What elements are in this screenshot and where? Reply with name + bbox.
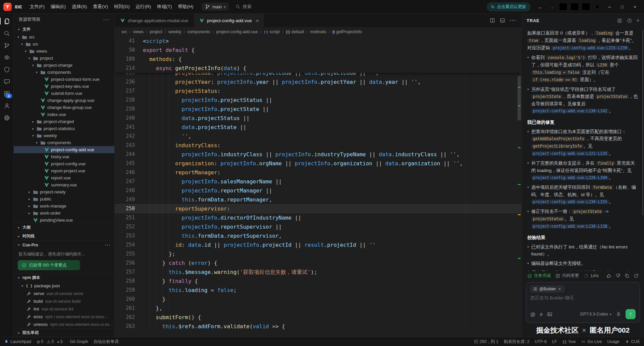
thumbs-down-icon[interactable] bbox=[615, 273, 621, 278]
hash-icon[interactable]: # bbox=[540, 311, 542, 317]
tree-item[interactable]: ▾views bbox=[14, 48, 114, 55]
code-line[interactable]: 255 }; bbox=[115, 249, 522, 258]
statusbar-item[interactable]: Usage bbox=[607, 339, 619, 344]
code-line[interactable]: 263 this.$refs.addForm.validate(valid =>… bbox=[115, 322, 522, 331]
code-line[interactable]: 240 data.projectStatus || bbox=[115, 114, 522, 123]
breadcrumb-item[interactable]: src bbox=[121, 30, 127, 34]
tree-item[interactable]: pendingView.vue bbox=[14, 217, 114, 223]
statusbar-item[interactable]: 自动分析单词 bbox=[94, 339, 119, 345]
minimize-button[interactable]: ─ bbox=[604, 2, 615, 12]
tree-item[interactable]: change-apply-group.vue bbox=[14, 97, 114, 104]
file-link[interactable]: project-config-add.vue:L215-L239 bbox=[551, 46, 629, 50]
mic-icon[interactable] bbox=[616, 311, 621, 317]
code-line[interactable]: 252 projectInfo.reportSupervisor || bbox=[115, 222, 522, 231]
code-changes-button[interactable]: 代码变更 bbox=[555, 273, 579, 279]
statusbar-item[interactable]: 行 250，列 1 bbox=[474, 339, 498, 345]
breadcrumb-item[interactable]: project bbox=[150, 30, 162, 34]
code-editor[interactable]: 41 <script> 50 export default { 189 meth… bbox=[115, 37, 522, 337]
menu-item[interactable]: 编辑(E) bbox=[48, 2, 69, 11]
tree-item[interactable]: ▾project-change bbox=[14, 62, 114, 69]
global-search[interactable]: 搜索 bbox=[235, 4, 251, 10]
npm-script[interactable]: build vue-cli-service build bbox=[14, 297, 114, 305]
statusbar-item[interactable]: Git Graph bbox=[70, 339, 88, 345]
outline-section-header[interactable]: ▸ 大纲 bbox=[14, 223, 114, 232]
code-line[interactable]: 260 } bbox=[115, 295, 522, 304]
tree-item[interactable]: ▸project-charged bbox=[14, 118, 114, 125]
chat-scrollbar[interactable] bbox=[642, 30, 643, 215]
activity-explorer[interactable] bbox=[0, 15, 13, 27]
activity-security[interactable] bbox=[0, 63, 13, 75]
tree-item[interactable]: ▾project bbox=[14, 55, 114, 62]
remove-chip-icon[interactable]: ✕ bbox=[558, 287, 561, 291]
activity-remote[interactable] bbox=[0, 112, 13, 124]
toggle-sidebar-icon[interactable] bbox=[558, 2, 568, 12]
npm-script[interactable]: lint vue-cli-service lint bbox=[14, 305, 114, 313]
breadcrumb-item[interactable]: project-config-add.vue bbox=[216, 30, 258, 34]
breadcrumb-item[interactable]: @getProjectInfo bbox=[332, 30, 362, 34]
code-line[interactable]: 254 id: data.id || projectInfo.projectId… bbox=[115, 240, 522, 249]
code-line[interactable]: 242 '', bbox=[115, 132, 522, 141]
menu-item[interactable]: 查看(V) bbox=[90, 2, 111, 11]
code-line[interactable]: 247 projectInfo.salesManagerName || bbox=[115, 177, 522, 186]
files-section-header[interactable]: ▾ 文件 bbox=[14, 25, 114, 34]
code-line[interactable]: 262 submitForm() { bbox=[115, 313, 522, 322]
code-line[interactable]: 250 reportSupervisor: bbox=[115, 204, 522, 213]
menu-item[interactable]: 帮助(H) bbox=[175, 2, 196, 11]
menu-item[interactable]: 文件(F) bbox=[27, 2, 48, 11]
code-line[interactable]: 235 projectCode: projectInfo.projectCode… bbox=[115, 73, 522, 77]
tab[interactable]: project-config-add.vue × bbox=[194, 14, 264, 27]
tree-item[interactable]: ▾components bbox=[14, 139, 114, 146]
chat-input-placeholder[interactable]: 您正在与 Builder 聊天 bbox=[530, 295, 636, 306]
breadcrumb-item[interactable]: views bbox=[133, 30, 144, 34]
branch-selector[interactable]: main ▾ bbox=[202, 3, 229, 11]
tree-item[interactable]: ▾weekly bbox=[14, 132, 114, 139]
npm-script[interactable]: serve vue-cli-service serve bbox=[14, 290, 114, 297]
close-panel-icon[interactable]: × bbox=[637, 18, 639, 23]
split-editor-icon[interactable] bbox=[490, 18, 495, 23]
tree-item[interactable]: ▸project-statistics bbox=[14, 125, 114, 132]
export-icon[interactable] bbox=[634, 273, 639, 278]
code-line[interactable]: 50 export default { bbox=[115, 46, 522, 55]
breadcrumb-item[interactable]: {}default bbox=[286, 30, 304, 34]
code-line[interactable]: 249 this.formData.reportManager, bbox=[115, 195, 522, 204]
close-window-button[interactable]: × bbox=[629, 2, 641, 12]
code-line[interactable]: 253 this.formData.reportSupervisor, bbox=[115, 231, 522, 240]
activity-account[interactable] bbox=[0, 100, 13, 112]
toggle-panel-icon[interactable] bbox=[570, 2, 580, 12]
activity-extensions[interactable]: 3 bbox=[0, 88, 13, 100]
mention-icon[interactable]: @ bbox=[530, 311, 535, 317]
file-link[interactable]: project-config-add.vue:L136-L138 bbox=[531, 224, 609, 229]
statusbar-item[interactable]: LF bbox=[552, 339, 557, 344]
cuepro-progress[interactable]: 已处理 0/0 个变更点 bbox=[18, 260, 80, 270]
nav-back-icon[interactable]: ← bbox=[535, 2, 545, 12]
code-line[interactable]: 41 <script> bbox=[115, 37, 522, 46]
tree-item[interactable]: ▸work-order bbox=[14, 210, 114, 217]
npm-script[interactable]: uneoss npm uni eoss-element eoss-ui eoss… bbox=[14, 321, 114, 328]
code-line[interactable]: 256 } catch (error) { bbox=[115, 258, 522, 268]
tree-item[interactable]: ▾src bbox=[14, 41, 114, 48]
statusbar-item[interactable]: Go Live bbox=[581, 339, 602, 344]
statusbar-item[interactable]: {}Vue bbox=[562, 339, 576, 344]
statusbar-item[interactable]: 制表符长度: 2 bbox=[504, 339, 529, 345]
activity-comments[interactable] bbox=[0, 75, 13, 88]
thumbs-up-icon[interactable] bbox=[606, 273, 611, 278]
tree-item[interactable]: ▸project-newly bbox=[14, 188, 114, 195]
more-actions-icon[interactable]: ··· bbox=[103, 17, 110, 22]
tree-item[interactable]: ▾components bbox=[14, 69, 114, 76]
statusbar-item[interactable]: UTF-8 bbox=[535, 339, 546, 344]
history-icon[interactable] bbox=[627, 18, 632, 23]
code-line[interactable]: 246 reportManager: bbox=[115, 168, 522, 177]
tree-item[interactable]: project-config.vue bbox=[14, 160, 114, 167]
breadcrumb-item[interactable]: weekly bbox=[168, 30, 181, 34]
code-line[interactable]: 243 industryClass: bbox=[115, 141, 522, 150]
timeline-section-header[interactable]: ▸ 时间线 bbox=[14, 232, 114, 240]
tree-item[interactable]: summary.vue bbox=[14, 181, 114, 188]
code-line[interactable]: 259 this.loading = false; bbox=[115, 286, 522, 295]
tree-item[interactable]: ▾src bbox=[14, 34, 114, 41]
code-line[interactable]: 258 } finally { bbox=[115, 277, 522, 286]
problems-indicator[interactable]: ⊘0⚠0●3 bbox=[37, 339, 65, 344]
code-line[interactable]: 239 projectInfo.projectState || bbox=[115, 105, 522, 114]
menu-item[interactable]: 转到(G) bbox=[111, 2, 133, 11]
tree-item[interactable]: project-contract-form.vue bbox=[14, 76, 114, 83]
breadcrumb-item[interactable]: methods bbox=[310, 30, 326, 34]
